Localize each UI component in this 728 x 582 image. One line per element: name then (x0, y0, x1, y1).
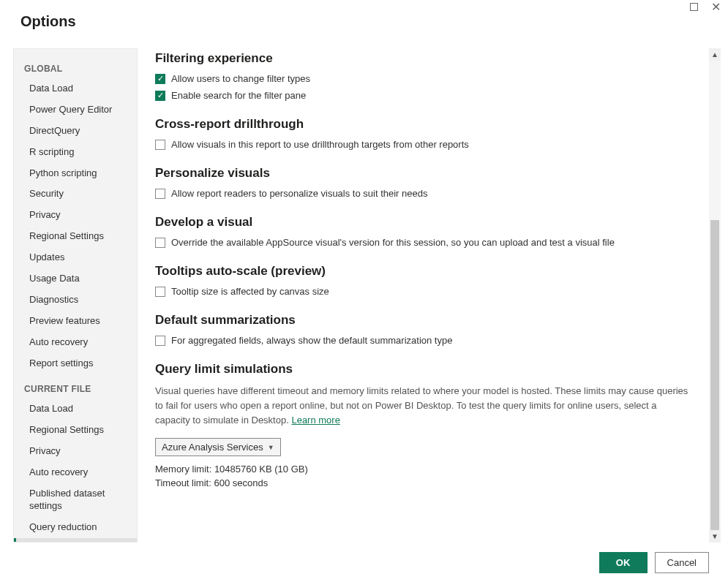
checkbox-label: For aggregated fields, always show the d… (171, 335, 452, 346)
cancel-button[interactable]: Cancel (655, 552, 709, 573)
section-personalize-visuals: Personalize visuals Allow report readers… (155, 166, 691, 199)
checkbox-label: Allow report readers to personalize visu… (171, 188, 427, 199)
checkbox-label: Allow visuals in this report to use dril… (171, 139, 469, 150)
section-title: Query limit simulations (155, 362, 691, 377)
memory-limit-text: Memory limit: 10485760 KB (10 GB) (155, 464, 691, 475)
nav-global-privacy[interactable]: Privacy (14, 205, 137, 226)
nav-file-report-settings[interactable]: Report settings (14, 538, 137, 543)
maximize-button[interactable] (690, 3, 698, 11)
nav-global-preview-features[interactable]: Preview features (14, 311, 137, 332)
section-title: Personalize visuals (155, 166, 691, 181)
ok-button[interactable]: OK (599, 552, 648, 573)
nav-global-security[interactable]: Security (14, 184, 137, 205)
dialog-title: Options (20, 13, 708, 30)
nav-group-global: GLOBAL (14, 53, 137, 78)
section-tooltips-auto-scale: Tooltips auto-scale (preview) Tooltip si… (155, 264, 691, 297)
checkbox-label: Tooltip size is affected by canvas size (171, 286, 329, 297)
section-title: Default summarizations (155, 313, 691, 328)
section-title: Tooltips auto-scale (preview) (155, 264, 691, 279)
nav-file-privacy[interactable]: Privacy (14, 441, 137, 462)
query-limits-description: Visual queries have different timeout an… (155, 384, 691, 428)
section-filtering-experience: Filtering experience ✓ Allow users to ch… (155, 51, 691, 101)
nav-global-r-scripting[interactable]: R scripting (14, 142, 137, 163)
checkbox-label: Override the available AppSource visual'… (171, 237, 615, 248)
timeout-limit-text: Timeout limit: 600 seconds (155, 477, 691, 488)
nav-group-current-file: CURRENT FILE (14, 374, 137, 398)
content-scrollbar[interactable]: ▲ ▼ (708, 48, 721, 543)
nav-global-diagnostics[interactable]: Diagnostics (14, 290, 137, 311)
scroll-down-arrow-icon[interactable]: ▼ (709, 530, 721, 543)
nav-global-power-query-editor[interactable]: Power Query Editor (14, 99, 137, 121)
nav-global-report-settings[interactable]: Report settings (14, 353, 137, 374)
checkbox-label: Allow users to change filter types (171, 73, 310, 84)
nav-global-updates[interactable]: Updates (14, 247, 137, 268)
nav-global-usage-data[interactable]: Usage Data (14, 268, 137, 290)
nav-file-regional-settings[interactable]: Regional Settings (14, 420, 137, 441)
nav-file-published-dataset-settings[interactable]: Published dataset settings (14, 483, 137, 517)
nav-global-data-load[interactable]: Data Load (14, 78, 137, 99)
section-title: Filtering experience (155, 51, 691, 66)
checkbox-allow-personalize-visuals[interactable] (155, 189, 165, 199)
nav-file-auto-recovery[interactable]: Auto recovery (14, 462, 137, 483)
dropdown-value: Azure Analysis Services (162, 442, 263, 453)
options-content: Filtering experience ✓ Allow users to ch… (138, 48, 708, 543)
chevron-down-icon: ▼ (268, 444, 274, 451)
section-query-limit-simulations: Query limit simulations Visual queries h… (155, 362, 691, 488)
options-sidebar: GLOBAL Data Load Power Query Editor Dire… (13, 48, 138, 543)
section-cross-report-drillthrough: Cross-report drillthrough Allow visuals … (155, 117, 691, 150)
section-develop-a-visual: Develop a visual Override the available … (155, 215, 691, 248)
close-button[interactable]: ✕ (711, 3, 721, 11)
nav-global-auto-recovery[interactable]: Auto recovery (14, 332, 137, 353)
nav-global-regional-settings[interactable]: Regional Settings (14, 226, 137, 247)
scroll-thumb[interactable] (710, 220, 719, 530)
section-title: Develop a visual (155, 215, 691, 230)
learn-more-link[interactable]: Learn more (291, 415, 339, 426)
nav-global-directquery[interactable]: DirectQuery (14, 121, 137, 142)
checkbox-default-summarization[interactable] (155, 336, 165, 346)
section-title: Cross-report drillthrough (155, 117, 691, 132)
section-default-summarizations: Default summarizations For aggregated fi… (155, 313, 691, 346)
checkbox-override-appsource-visual[interactable] (155, 238, 165, 248)
scroll-track[interactable] (709, 61, 721, 530)
capacity-dropdown[interactable]: Azure Analysis Services ▼ (155, 438, 281, 456)
nav-global-python-scripting[interactable]: Python scripting (14, 163, 137, 184)
checkbox-allow-drillthrough-targets[interactable] (155, 140, 165, 150)
scroll-up-arrow-icon[interactable]: ▲ (709, 48, 721, 61)
nav-file-query-reduction[interactable]: Query reduction (14, 517, 137, 538)
checkbox-tooltip-canvas-size[interactable] (155, 287, 165, 297)
checkbox-allow-change-filter-types[interactable]: ✓ (155, 74, 165, 84)
checkbox-label: Enable search for the filter pane (171, 90, 306, 101)
nav-file-data-load[interactable]: Data Load (14, 398, 137, 420)
checkbox-enable-search-filter-pane[interactable]: ✓ (155, 91, 165, 101)
